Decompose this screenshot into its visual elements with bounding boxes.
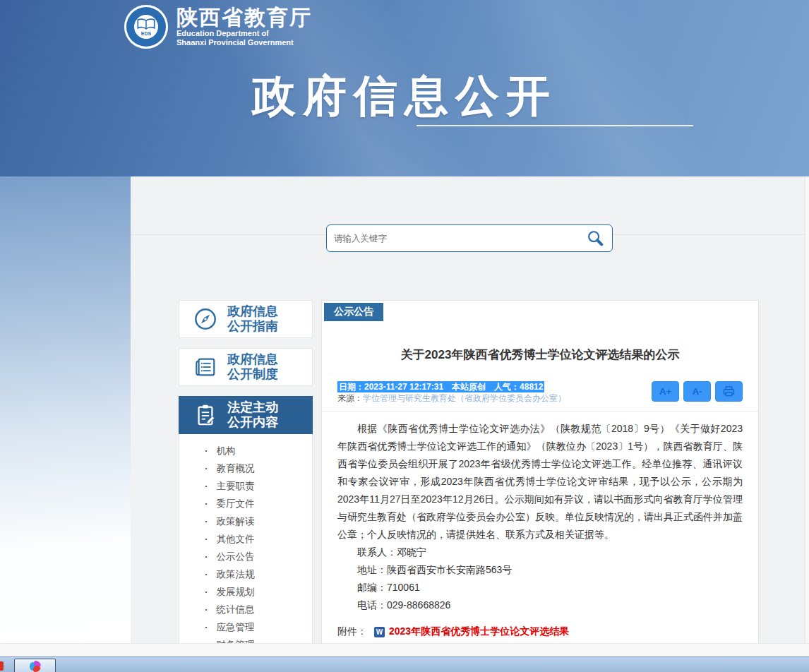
sidebar-item-label: 政府信息 bbox=[227, 304, 278, 319]
open-book-icon bbox=[137, 18, 155, 30]
taskbar-partial-icon[interactable] bbox=[0, 661, 4, 671]
org-name-en1: Education Department of bbox=[176, 29, 312, 38]
sidebar-item-label: 公开指南 bbox=[227, 319, 278, 334]
printer-icon bbox=[723, 386, 735, 397]
attachment-link[interactable]: 2023年陕西省优秀博士学位论文评选结果 bbox=[389, 625, 569, 638]
meta-source-label: 来源： bbox=[337, 393, 363, 403]
word-doc-icon: W bbox=[374, 627, 385, 637]
submenu-item-org[interactable]: 机构 bbox=[179, 442, 312, 460]
submenu-item-policy-interpretation[interactable]: 政策解读 bbox=[179, 512, 312, 530]
contact-postcode: 邮编：710061 bbox=[337, 579, 743, 596]
sidebar-item-label: 公开内容 bbox=[227, 415, 278, 430]
clipboard-pencil-icon bbox=[193, 403, 217, 427]
contact-phone: 电话：029-88668826 bbox=[337, 596, 743, 614]
sidebar-item-statutory-disclosure[interactable]: 法定主动 公开内容 bbox=[179, 396, 313, 434]
org-name-cn: 陕西省教育厅 bbox=[176, 6, 312, 29]
title-underline bbox=[417, 125, 693, 126]
window-bottom-strip bbox=[0, 643, 809, 657]
search-input[interactable] bbox=[327, 234, 578, 244]
browser-logo-icon bbox=[30, 661, 41, 672]
meta-divider bbox=[322, 411, 758, 412]
eds-logo-text: EDS bbox=[141, 31, 151, 36]
book-list-icon bbox=[193, 355, 217, 379]
sidebar-item-label: 政府信息 bbox=[227, 352, 278, 367]
attachment-label: 附件： bbox=[337, 625, 367, 638]
article-meta: 日期：2023-11-27 12:17:31 本站原创 人气：48812 来源：… bbox=[337, 381, 743, 404]
attachment-row: 附件： W 2023年陕西省优秀博士学位论文评选结果 bbox=[337, 625, 743, 638]
browser-scrollbar[interactable] bbox=[805, 176, 809, 644]
article-body: 根据《陕西省优秀博士学位论文评选办法》（陕教规范〔2018〕9号）《关于做好20… bbox=[337, 420, 743, 544]
page-title: 政府信息公开 bbox=[0, 66, 809, 126]
meta-date-selected: 日期：2023-11-27 12:17:31 本站原创 人气：48812 bbox=[337, 381, 544, 392]
submenu-item-department-documents[interactable]: 委厅文件 bbox=[179, 495, 312, 512]
org-name-en2: Shaanxi Provincial Government bbox=[176, 38, 312, 47]
article-title: 关于2023年陕西省优秀博士学位论文评选结果的公示 bbox=[322, 347, 758, 363]
submenu-item-development-planning[interactable]: 发展规划 bbox=[179, 583, 312, 601]
article-panel: 公示公告 关于2023年陕西省优秀博士学位论文评选结果的公示 日期：2023-1… bbox=[321, 300, 759, 644]
section-badge: 公示公告 bbox=[324, 303, 383, 321]
taskbar-browser-button[interactable] bbox=[14, 659, 56, 672]
print-button[interactable] bbox=[715, 381, 743, 402]
sidebar-item-label: 法定主动 bbox=[227, 400, 278, 415]
top-banner: EDS 陕西省教育厅 Education Department of Shaan… bbox=[0, 0, 809, 176]
contact-address: 地址：陕西省西安市长安南路563号 bbox=[337, 561, 743, 579]
screen: EDS 陕西省教育厅 Education Department of Shaan… bbox=[0, 0, 809, 672]
submenu-item-statistics[interactable]: 统计信息 bbox=[179, 601, 312, 618]
font-increase-button[interactable]: A+ bbox=[652, 381, 679, 402]
submenu-item-emergency-management[interactable]: 应急管理 bbox=[179, 618, 312, 636]
search-button[interactable] bbox=[578, 225, 612, 251]
eds-logo-icon: EDS bbox=[124, 5, 168, 49]
font-decrease-button[interactable]: A- bbox=[683, 381, 711, 402]
submenu-item-main-duties[interactable]: 主要职责 bbox=[179, 477, 312, 495]
taskbar bbox=[0, 656, 809, 672]
site-logo: EDS 陕西省教育厅 Education Department of Shaan… bbox=[124, 5, 312, 49]
meta-source-link[interactable]: 学位管理与研究生教育处（省政府学位委员会办公室） bbox=[363, 393, 566, 403]
sidebar-submenu: 机构 教育概况 主要职责 委厅文件 政策解读 其他文件 公示公告 政策法规 发展… bbox=[179, 434, 313, 644]
left-background bbox=[0, 176, 131, 644]
compass-icon bbox=[193, 307, 217, 331]
search-bar bbox=[326, 224, 613, 252]
submenu-item-education-overview[interactable]: 教育概况 bbox=[179, 460, 312, 477]
sidebar-item-label: 公开制度 bbox=[227, 367, 278, 382]
search-icon bbox=[586, 229, 604, 248]
submenu-item-public-announcements[interactable]: 公示公告 bbox=[179, 548, 312, 565]
submenu-item-policies-regulations[interactable]: 政策法规 bbox=[179, 565, 312, 583]
sidebar-item-disclosure-guide[interactable]: 政府信息 公开指南 bbox=[179, 300, 313, 338]
sidebar-item-disclosure-system[interactable]: 政府信息 公开制度 bbox=[179, 348, 313, 386]
contact-person: 联系人：邓晓宁 bbox=[337, 544, 743, 561]
submenu-item-other-documents[interactable]: 其他文件 bbox=[179, 530, 312, 548]
